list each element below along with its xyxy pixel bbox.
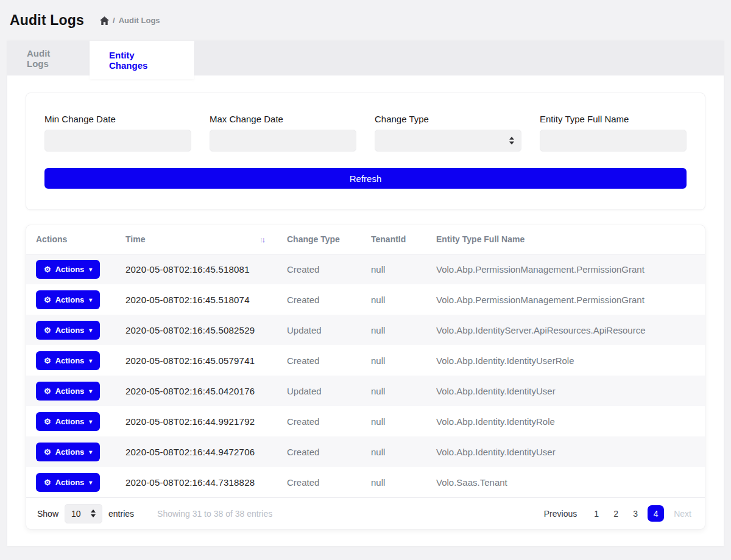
caret-down-icon: ▾ (89, 327, 92, 334)
home-icon[interactable] (100, 16, 109, 25)
gear-icon: ⚙ (44, 447, 51, 457)
tenant-id-cell: null (361, 254, 426, 284)
pagination-page-4[interactable]: 4 (648, 505, 664, 522)
pagination-page-2[interactable]: 2 (609, 505, 623, 522)
main-card: Audit Logs Entity Changes Min Change Dat… (7, 41, 724, 546)
gear-icon: ⚙ (44, 356, 51, 365)
entity-type-cell: Volo.Abp.Identity.IdentityUser (426, 376, 705, 406)
row-actions-button[interactable]: ⚙ Actions ▾ (36, 382, 100, 401)
gear-icon: ⚙ (44, 387, 51, 396)
time-cell: 2020-05-08T02:16:45.0420176 (116, 376, 277, 406)
table-header-row: Actions Time ↑↓ Change Type TenantId Ent… (26, 225, 705, 254)
change-type-cell: Created (277, 254, 361, 284)
time-cell: 2020-05-08T02:16:45.5082529 (116, 315, 277, 345)
page-title: Audit Logs (10, 12, 84, 29)
min-change-date-input[interactable] (44, 130, 191, 152)
select-updown-icon (509, 137, 514, 145)
tab-entity-changes[interactable]: Entity Changes (90, 41, 194, 79)
row-actions-button[interactable]: ⚙ Actions ▾ (36, 351, 100, 370)
pagination-previous[interactable]: Previous (542, 505, 579, 522)
caret-down-icon: ▾ (89, 388, 92, 394)
sort-icon[interactable]: ↑↓ (260, 235, 264, 244)
caret-down-icon: ▾ (89, 479, 92, 486)
caret-down-icon: ▾ (89, 449, 92, 455)
change-type-label: Change Type (375, 114, 521, 124)
entity-type-full-name-input[interactable] (540, 130, 687, 152)
filter-field-min-change-date: Min Change Date (44, 114, 191, 152)
gear-icon: ⚙ (44, 417, 51, 426)
caret-down-icon: ▾ (89, 418, 92, 425)
gear-icon: ⚙ (44, 478, 51, 487)
gear-icon: ⚙ (44, 265, 51, 274)
column-header-change-type: Change Type (277, 225, 361, 254)
entity-type-cell: Volo.Abp.IdentityServer.ApiResources.Api… (426, 315, 705, 345)
entity-changes-table: Actions Time ↑↓ Change Type TenantId Ent… (26, 225, 705, 497)
breadcrumb: / Audit Logs (100, 16, 160, 25)
table-row: ⚙ Actions ▾ 2020-05-08T02:16:44.7318828 … (26, 467, 705, 497)
row-actions-button[interactable]: ⚙ Actions ▾ (36, 412, 100, 431)
change-type-cell: Created (277, 345, 361, 376)
row-actions-button[interactable]: ⚙ Actions ▾ (36, 443, 100, 461)
tenant-id-cell: null (361, 345, 426, 376)
refresh-button[interactable]: Refresh (44, 168, 687, 189)
change-type-cell: Created (277, 406, 361, 436)
page-size-select[interactable]: 10 (65, 504, 102, 523)
filter-card: Min Change Date Max Change Date Change T… (26, 93, 705, 210)
change-type-cell: Updated (277, 376, 361, 406)
page-size-value: 10 (71, 509, 81, 519)
breadcrumb-current: Audit Logs (119, 16, 160, 25)
time-cell: 2020-05-08T02:16:44.7318828 (116, 467, 277, 497)
filter-field-change-type: Change Type (375, 114, 521, 152)
showing-entries-text: Showing 31 to 38 of 38 entries (157, 509, 272, 519)
max-change-date-label: Max Change Date (210, 114, 356, 124)
gear-icon: ⚙ (44, 295, 51, 304)
pagination-page-3[interactable]: 3 (628, 505, 643, 522)
tab-audit-logs[interactable]: Audit Logs (7, 41, 90, 75)
table-row: ⚙ Actions ▾ 2020-05-08T02:16:45.0579741 … (26, 345, 705, 376)
time-cell: 2020-05-08T02:16:45.518081 (116, 254, 277, 284)
time-cell: 2020-05-08T02:16:45.518074 (116, 284, 277, 315)
table-row: ⚙ Actions ▾ 2020-05-08T02:16:45.5082529 … (26, 315, 705, 345)
pagination-page-1[interactable]: 1 (589, 505, 604, 522)
time-cell: 2020-05-08T02:16:45.0579741 (116, 345, 277, 376)
entries-label: entries (108, 509, 134, 519)
tenant-id-cell: null (361, 376, 426, 406)
row-actions-button[interactable]: ⚙ Actions ▾ (36, 473, 100, 492)
row-actions-button[interactable]: ⚙ Actions ▾ (36, 260, 100, 279)
entity-changes-table-card: Actions Time ↑↓ Change Type TenantId Ent… (26, 225, 705, 530)
page-header: Audit Logs / Audit Logs (0, 0, 731, 41)
entity-type-cell: Volo.Abp.Identity.IdentityRole (426, 406, 705, 436)
column-header-tenant-id: TenantId (361, 225, 426, 254)
show-label: Show (37, 509, 58, 519)
min-change-date-label: Min Change Date (44, 114, 191, 124)
caret-down-icon: ▾ (89, 266, 92, 273)
pagination-next[interactable]: Next (671, 505, 694, 522)
entity-type-cell: Volo.Abp.PermissionManagement.Permission… (426, 254, 705, 284)
column-header-actions: Actions (26, 225, 116, 254)
tenant-id-cell: null (361, 284, 426, 315)
change-type-cell: Created (277, 467, 361, 497)
tenant-id-cell: null (361, 436, 426, 467)
entity-type-cell: Volo.Abp.Identity.IdentityUserRole (426, 345, 705, 376)
tenant-id-cell: null (361, 467, 426, 497)
caret-down-icon: ▾ (89, 296, 92, 303)
row-actions-button[interactable]: ⚙ Actions ▾ (36, 321, 100, 340)
table-row: ⚙ Actions ▾ 2020-05-08T02:16:44.9472706 … (26, 436, 705, 467)
row-actions-button[interactable]: ⚙ Actions ▾ (36, 290, 100, 309)
table-row: ⚙ Actions ▾ 2020-05-08T02:16:44.9921792 … (26, 406, 705, 436)
time-cell: 2020-05-08T02:16:44.9921792 (116, 406, 277, 436)
filter-field-entity-type-full-name: Entity Type Full Name (540, 114, 687, 152)
max-change-date-input[interactable] (210, 130, 356, 152)
entity-type-cell: Volo.Saas.Tenant (426, 467, 705, 497)
select-updown-icon (91, 509, 96, 517)
change-type-cell: Created (277, 436, 361, 467)
time-cell: 2020-05-08T02:16:44.9472706 (116, 436, 277, 467)
table-row: ⚙ Actions ▾ 2020-05-08T02:16:45.0420176 … (26, 376, 705, 406)
table-row: ⚙ Actions ▾ 2020-05-08T02:16:45.518074 C… (26, 284, 705, 315)
change-type-cell: Created (277, 284, 361, 315)
breadcrumb-separator: / (113, 16, 115, 25)
column-header-time[interactable]: Time ↑↓ (116, 225, 277, 254)
change-type-select[interactable] (375, 130, 521, 152)
pagination: Previous 1234 Next (542, 505, 694, 522)
tab-strip: Audit Logs Entity Changes (7, 41, 724, 75)
